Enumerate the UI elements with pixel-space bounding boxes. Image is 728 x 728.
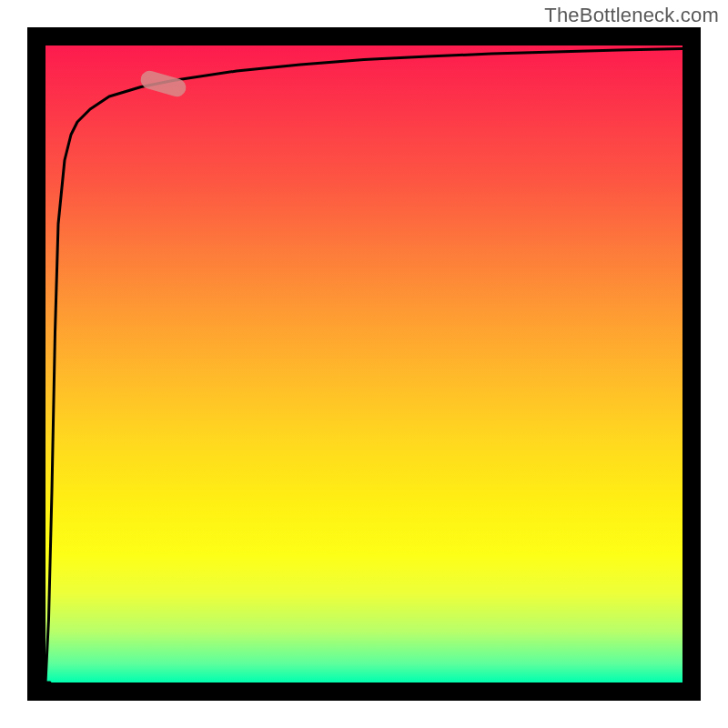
chart-container: TheBottleneck.com xyxy=(0,0,728,728)
gradient-plot-area xyxy=(46,46,682,682)
curve-path xyxy=(46,49,682,683)
chart-frame xyxy=(27,27,701,701)
curve-svg xyxy=(46,46,682,682)
attribution-text: TheBottleneck.com xyxy=(544,4,719,27)
highlight-marker xyxy=(138,68,187,98)
